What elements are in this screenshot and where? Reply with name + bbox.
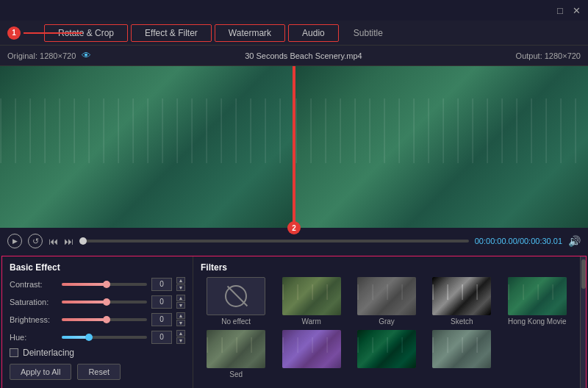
tabs-container: Rotate & Crop Effect & Filter Watermark … xyxy=(21,24,588,42)
filters-title: Filters xyxy=(201,262,573,273)
filter-thumb-sed3 xyxy=(357,330,416,368)
tab-watermark[interactable]: Watermark xyxy=(215,24,285,42)
apply-to-all-button[interactable]: Apply to All xyxy=(10,364,71,380)
contrast-slider[interactable] xyxy=(62,283,147,286)
preview-video-panel xyxy=(295,66,588,228)
filter-thumb-warm xyxy=(282,277,341,315)
contrast-value: 0 xyxy=(151,278,172,291)
filter-gray[interactable]: Gray xyxy=(351,277,422,326)
filename-label: 30 Seconds Beach Scenery.mp4 xyxy=(91,51,515,60)
saturation-row: Saturation: 0 ▲ ▼ xyxy=(10,295,185,309)
prev-frame-button[interactable]: ⏮ xyxy=(49,236,58,247)
filter-thumb-sketch xyxy=(432,277,491,315)
filter-no-effect[interactable]: No effect xyxy=(201,277,271,326)
original-video-thumb xyxy=(0,66,293,228)
progress-thumb[interactable] xyxy=(79,237,87,245)
filter-sed1[interactable]: Sed xyxy=(201,330,271,378)
reset-button[interactable]: Reset xyxy=(77,364,121,380)
scrollbar-thumb[interactable] xyxy=(581,259,586,289)
brightness-spinner: ▲ ▼ xyxy=(176,312,185,326)
tab-subtitle[interactable]: Subtitle xyxy=(340,28,396,38)
hue-up[interactable]: ▲ xyxy=(176,330,185,337)
original-video-panel xyxy=(0,66,293,228)
contrast-row: Contrast: 0 ▲ ▼ xyxy=(10,277,185,291)
time-display: 00:00:00.00/00:00:30.01 xyxy=(475,237,562,245)
loop-button[interactable]: ↺ xyxy=(28,234,43,248)
close-button[interactable]: ✕ xyxy=(570,4,582,16)
bottom-panel: Basic Effect Contrast: 0 ▲ ▼ Saturation:… xyxy=(1,256,587,388)
filters-section: Filters No effect Warm Gr xyxy=(193,256,580,388)
filter-sed3[interactable] xyxy=(351,330,422,378)
hue-label: Hue: xyxy=(10,333,57,342)
filter-thumb-sed1 xyxy=(207,330,265,368)
brightness-up[interactable]: ▲ xyxy=(176,312,185,319)
step-1-badge: 1 xyxy=(7,26,21,40)
filter-hk-movie[interactable]: Hong Kong Movie xyxy=(502,277,573,326)
minimize-button[interactable]: □ xyxy=(554,4,566,16)
filter-thumb-sed4 xyxy=(432,330,491,368)
filter-label-warm: Warm xyxy=(301,317,320,326)
action-buttons: Apply to All Reset xyxy=(10,364,185,380)
filter-label-hk: Hong Kong Movie xyxy=(508,317,567,326)
contrast-down[interactable]: ▼ xyxy=(176,284,185,291)
preview-video-thumb xyxy=(295,66,588,228)
eye-icon[interactable]: 👁 xyxy=(82,50,91,61)
step-2-badge: 2 xyxy=(287,221,301,234)
tab-effect-filter[interactable]: Effect & Filter xyxy=(131,24,212,42)
saturation-down[interactable]: ▼ xyxy=(176,302,185,309)
saturation-slider[interactable] xyxy=(62,301,147,303)
contrast-spinner: ▲ ▼ xyxy=(176,277,185,291)
progress-track[interactable] xyxy=(79,240,469,242)
video-area: 2 xyxy=(0,66,588,228)
info-bar: Original: 1280×720 👁 30 Seconds Beach Sc… xyxy=(0,46,588,66)
contrast-up[interactable]: ▲ xyxy=(176,277,185,284)
brightness-down[interactable]: ▼ xyxy=(176,320,185,326)
brightness-label: Brightness: xyxy=(10,315,57,324)
brightness-value: 0 xyxy=(151,313,172,326)
deinterlace-row: Deinterlacing xyxy=(10,348,185,358)
filter-label-sketch: Sketch xyxy=(451,317,473,326)
filter-thumb-no-effect xyxy=(207,277,265,315)
saturation-value: 0 xyxy=(151,295,172,309)
hue-value: 0 xyxy=(151,331,172,344)
original-resolution: Original: 1280×720 xyxy=(7,51,76,60)
deinterlacing-checkbox[interactable] xyxy=(10,348,18,357)
filters-grid: No effect Warm Gray Ske xyxy=(201,277,573,378)
volume-icon[interactable]: 🔊 xyxy=(568,235,581,247)
brightness-row: Brightness: 0 ▲ ▼ xyxy=(10,312,185,326)
filter-thumb-gray xyxy=(357,277,416,315)
filter-thumb-hk xyxy=(508,277,567,315)
brightness-slider[interactable] xyxy=(62,318,147,321)
tab-audio[interactable]: Audio xyxy=(288,24,339,42)
output-resolution: Output: 1280×720 xyxy=(516,51,581,60)
saturation-label: Saturation: xyxy=(10,298,57,306)
hue-down[interactable]: ▼ xyxy=(176,337,185,344)
title-bar: □ ✕ xyxy=(0,0,588,21)
hue-spinner: ▲ ▼ xyxy=(176,330,185,344)
filter-label-sed1: Sed xyxy=(229,370,243,378)
tabs-row: 1 Rotate & Crop Effect & Filter Watermar… xyxy=(0,21,588,46)
filter-sketch[interactable]: Sketch xyxy=(426,277,497,326)
saturation-spinner: ▲ ▼ xyxy=(176,295,185,309)
filter-thumb-sed2 xyxy=(282,330,341,368)
play-button[interactable]: ▶ xyxy=(7,234,22,248)
deinterlacing-label: Deinterlacing xyxy=(23,348,74,358)
filter-label-gray: Gray xyxy=(379,317,395,326)
red-line-decoration xyxy=(24,32,82,34)
next-frame-button[interactable]: ⏭ xyxy=(64,236,74,247)
filter-label-no-effect: No effect xyxy=(221,317,251,326)
hue-slider[interactable] xyxy=(62,336,147,339)
basic-effect-title: Basic Effect xyxy=(10,262,185,273)
filter-sed4[interactable] xyxy=(426,330,497,378)
contrast-label: Contrast: xyxy=(10,280,57,289)
basic-effect-section: Basic Effect Contrast: 0 ▲ ▼ Saturation:… xyxy=(2,256,193,388)
filters-scrollbar[interactable] xyxy=(580,256,586,388)
no-effect-icon xyxy=(225,285,247,307)
filter-warm[interactable]: Warm xyxy=(276,277,346,326)
hue-row: Hue: 0 ▲ ▼ xyxy=(10,330,185,344)
filter-sed2[interactable] xyxy=(276,330,346,378)
saturation-up[interactable]: ▲ xyxy=(176,295,185,301)
